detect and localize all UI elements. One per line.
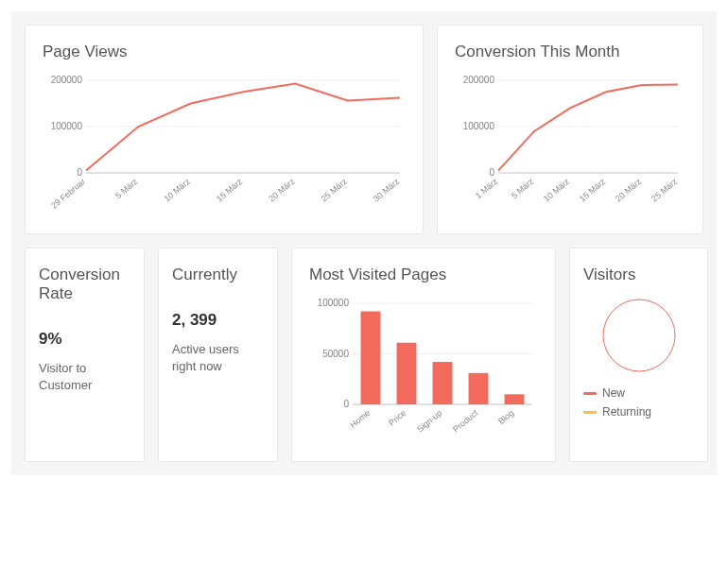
svg-text:25 März: 25 März [320,177,350,204]
page-views-chart: 010000020000029 Februar5 März10 März15 M… [43,75,406,216]
svg-text:0: 0 [77,167,82,178]
visitors-title: Visitors [583,265,694,284]
most-visited-title: Most Visited Pages [309,265,538,284]
svg-point-44 [603,300,675,371]
svg-rect-36 [397,343,417,404]
svg-text:100000: 100000 [463,121,495,131]
svg-text:Home: Home [348,408,372,430]
currently-value: 2, 399 [172,311,264,330]
most-visited-card: Most Visited Pages 050000100000HomePrice… [291,248,556,462]
currently-label: Active users right now [172,341,264,375]
legend-returning: Returning [583,405,694,419]
conversion-month-title: Conversion This Month [455,43,685,61]
conversion-month-chart: 01000002000001 März5 März10 März15 März2… [455,75,684,216]
svg-text:20 März: 20 März [267,177,297,204]
page-views-title: Page Views [43,43,406,61]
legend-swatch-new [583,392,597,395]
svg-text:Blog: Blog [496,408,515,426]
svg-rect-38 [433,362,453,404]
conversion-rate-title: Conversion Rate [39,265,130,303]
svg-text:1 März: 1 März [474,177,500,201]
legend-returning-label: Returning [602,405,651,419]
svg-text:5 März: 5 März [510,177,536,201]
svg-rect-40 [469,373,489,404]
currently-card: Currently 2, 399 Active users right now [158,248,278,462]
svg-text:0: 0 [343,399,349,409]
page-views-card: Page Views 010000020000029 Februar5 März… [25,25,424,234]
visitors-chart [601,298,677,373]
svg-text:Product: Product [451,408,480,435]
svg-text:15 März: 15 März [578,177,608,204]
svg-text:Sign-up: Sign-up [415,408,443,435]
conversion-rate-value: 9% [39,330,130,349]
svg-text:5 März: 5 März [113,177,140,201]
svg-text:10 März: 10 März [542,177,572,204]
legend-new: New [583,386,694,400]
svg-text:25 März: 25 März [650,177,680,204]
svg-text:Price: Price [387,408,407,428]
conversion-rate-card: Conversion Rate 9% Visitor to Customer [25,248,145,462]
conversion-rate-label: Visitor to Customer [39,360,130,394]
conversion-month-card: Conversion This Month 01000002000001 Mär… [437,25,703,234]
svg-text:20 März: 20 März [614,177,644,204]
svg-text:100000: 100000 [318,298,350,308]
svg-text:30 März: 30 März [372,177,402,204]
visitors-legend: New Returning [583,386,694,419]
svg-text:10 März: 10 März [163,177,193,204]
svg-text:15 März: 15 März [215,177,245,204]
svg-text:200000: 200000 [51,75,83,85]
svg-text:50000: 50000 [322,349,349,359]
svg-text:29 Februar: 29 Februar [49,177,87,211]
svg-text:200000: 200000 [463,75,495,85]
most-visited-chart: 050000100000HomePriceSign-upProductBlog [309,298,538,444]
svg-text:0: 0 [489,167,494,178]
currently-title: Currently [172,265,264,284]
legend-swatch-returning [583,411,597,414]
legend-new-label: New [602,386,625,400]
svg-text:100000: 100000 [51,121,83,131]
dashboard: Page Views 010000020000029 Februar5 März… [11,11,717,475]
svg-rect-34 [361,312,381,404]
svg-rect-42 [505,394,525,404]
visitors-card: Visitors New Returning [569,248,708,462]
